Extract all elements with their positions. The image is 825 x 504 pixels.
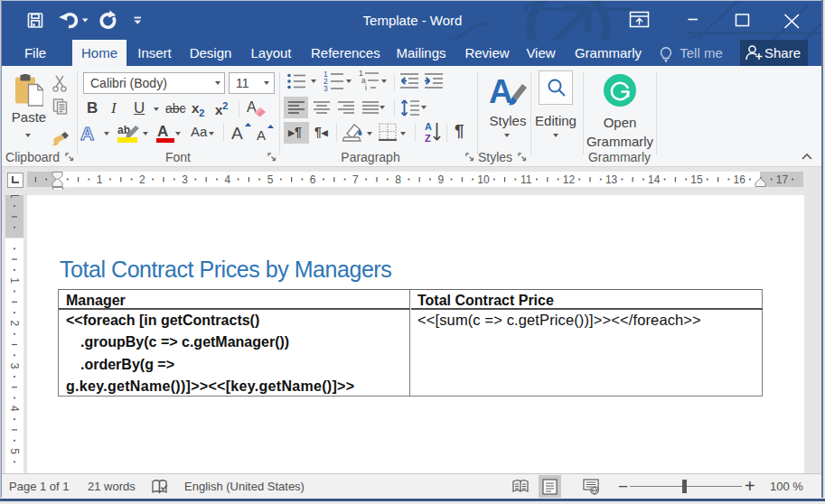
svg-text:A: A bbox=[257, 127, 266, 143]
svg-text:5: 5 bbox=[267, 173, 274, 186]
svg-text:14: 14 bbox=[648, 173, 661, 186]
svg-text:9: 9 bbox=[437, 173, 444, 186]
svg-text:1: 1 bbox=[8, 277, 21, 284]
svg-text:11: 11 bbox=[520, 173, 532, 186]
svg-text:8: 8 bbox=[395, 173, 401, 186]
svg-text:2: 2 bbox=[8, 321, 21, 327]
svg-text:3: 3 bbox=[323, 84, 328, 92]
svg-text:5: 5 bbox=[8, 448, 21, 454]
svg-text:17: 17 bbox=[776, 173, 789, 186]
svg-text:7: 7 bbox=[352, 173, 359, 186]
svg-text:15: 15 bbox=[690, 173, 703, 186]
svg-text:1: 1 bbox=[97, 173, 103, 186]
svg-text:A: A bbox=[231, 124, 243, 143]
svg-text:3: 3 bbox=[182, 173, 188, 186]
svg-text:10: 10 bbox=[477, 173, 490, 186]
svg-text:A: A bbox=[157, 123, 168, 140]
svg-text:13: 13 bbox=[605, 173, 618, 186]
svg-text:1: 1 bbox=[8, 195, 21, 199]
svg-text:2: 2 bbox=[139, 173, 145, 186]
svg-text:A: A bbox=[425, 121, 432, 132]
svg-text:A: A bbox=[489, 73, 513, 108]
svg-text:3: 3 bbox=[8, 363, 21, 369]
svg-text:16: 16 bbox=[734, 173, 746, 186]
svg-text:i: i bbox=[365, 83, 367, 92]
svg-text:12: 12 bbox=[563, 173, 576, 186]
svg-text:4: 4 bbox=[8, 406, 21, 412]
svg-text:6: 6 bbox=[310, 173, 316, 186]
svg-text:Z: Z bbox=[425, 133, 431, 144]
svg-text:A: A bbox=[80, 123, 94, 144]
svg-text:4: 4 bbox=[224, 173, 230, 186]
